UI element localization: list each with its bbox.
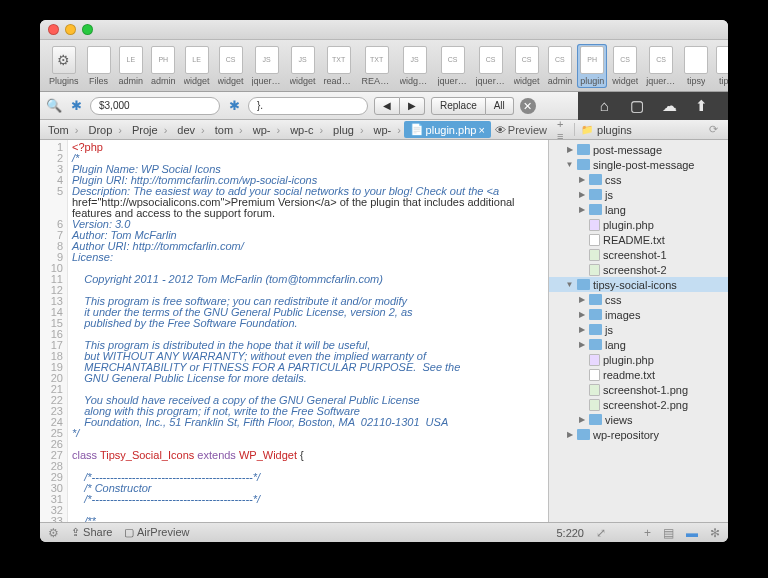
files-icon[interactable]: ▢	[628, 97, 646, 115]
tree-plugin.php[interactable]: plugin.php	[549, 352, 728, 367]
toolbar-item-widget[interactable]: CSwidget	[215, 44, 247, 88]
toolbar-item-Files[interactable]: Files	[84, 44, 114, 88]
tree-tipsy-social-icons[interactable]: ▼tipsy-social-icons	[549, 277, 728, 292]
status-bar: ⚙ ⇪ Share ▢ AirPreview 5:220 ⤢ + ▤ ▬ ✻	[40, 522, 728, 542]
file-tree[interactable]: ▶post-message▼single-post-message▶css▶js…	[549, 140, 728, 522]
replace-button[interactable]: Replace	[431, 97, 486, 115]
tree-lang[interactable]: ▶lang	[549, 337, 728, 352]
toolbar-item-readme[interactable]: TXTreadme	[321, 44, 357, 88]
airpreview-button[interactable]: ▢ AirPreview	[124, 526, 189, 539]
close-search-button[interactable]: ✕	[520, 98, 536, 114]
crumb-plug[interactable]: plug	[329, 124, 369, 136]
crumb-wp-[interactable]: wp-	[249, 124, 286, 136]
replace-buttons: Replace All	[431, 97, 514, 115]
toolbar-item-widget[interactable]: JSwidget	[287, 44, 319, 88]
find-input[interactable]	[90, 97, 220, 115]
search-icon: 🔍	[46, 98, 62, 114]
toolbar-item-widget[interactable]: CSwidget	[511, 44, 543, 88]
refresh-icon[interactable]: ⟳	[709, 123, 718, 136]
add-icon[interactable]: +	[644, 526, 651, 540]
replace-input[interactable]	[248, 97, 368, 115]
toolbar-item-widget[interactable]: CSwidget	[609, 44, 641, 88]
tree-screenshot-2[interactable]: screenshot-2	[549, 262, 728, 277]
folder-icon: 📁	[581, 124, 593, 135]
right-toolbar: ⌂ ▢ ☁ ⬆	[578, 92, 728, 120]
tree-screenshot-1[interactable]: screenshot-1	[549, 247, 728, 262]
tree-post-message[interactable]: ▶post-message	[549, 142, 728, 157]
crumb-Tom[interactable]: Tom	[44, 124, 84, 136]
tree-views[interactable]: ▶views	[549, 412, 728, 427]
toolbar: ⚙PluginsFilesLEadminPHadminLEwidgetCSwid…	[40, 40, 728, 92]
active-tab[interactable]: 📄 plugin.php ×	[404, 121, 491, 138]
code-content[interactable]: <?php /* Plugin Name: WP Social Icons Pl…	[68, 140, 548, 522]
tree-lang[interactable]: ▶lang	[549, 202, 728, 217]
regex-icon-2[interactable]: ✱	[226, 98, 242, 114]
tree-screenshot-2.png[interactable]: screenshot-2.png	[549, 397, 728, 412]
gear-icon[interactable]: ⚙	[48, 526, 59, 540]
add-tab-button[interactable]: + ≡	[553, 120, 574, 140]
tree-js[interactable]: ▶js	[549, 322, 728, 337]
titlebar[interactable]	[40, 20, 728, 40]
toolbar-item-widget[interactable]: LEwidget	[181, 44, 213, 88]
tree-README.txt[interactable]: README.txt	[549, 232, 728, 247]
close-dot[interactable]	[48, 24, 59, 35]
search-bar: 🔍 ✱ ✱ ◀ ▶ Replace All ✕ ⌂ ▢ ☁ ⬆	[40, 92, 728, 120]
toolbar-item-plugin[interactable]: PHplugin	[577, 44, 607, 88]
home-icon[interactable]: ⌂	[595, 97, 613, 115]
toolbar-item-tipsy[interactable]: tipsy	[681, 44, 711, 88]
toolbar-item-README[interactable]: TXTREADME	[359, 44, 395, 88]
crumb-wp-c[interactable]: wp-c	[286, 124, 329, 136]
toolbar-item-admin[interactable]: CSadmin	[545, 44, 576, 88]
regex-icon[interactable]: ✱	[68, 98, 84, 114]
toolbar-item-admin[interactable]: LEadmin	[116, 44, 147, 88]
line-gutter: 1234567891011121314151617181920212223242…	[40, 140, 68, 522]
publish-icon[interactable]: ☁	[660, 97, 678, 115]
toolbar-item-jquery.tipsy[interactable]: CSjquery.tipsy	[435, 44, 471, 88]
toolbar-item-widget.min[interactable]: JSwidget.min	[397, 44, 433, 88]
zoom-dot[interactable]	[82, 24, 93, 35]
tree-wp-repository[interactable]: ▶wp-repository	[549, 427, 728, 442]
preview-tab[interactable]: 👁 Preview	[491, 124, 553, 136]
view-icon[interactable]: ▬	[686, 526, 698, 540]
code-editor[interactable]: 1234567891011121314151617181920212223242…	[40, 140, 548, 522]
nav-buttons: ◀ ▶	[374, 97, 425, 115]
minimize-dot[interactable]	[65, 24, 76, 35]
tree-css[interactable]: ▶css	[549, 292, 728, 307]
crumb-wp-[interactable]: wp-	[370, 124, 404, 136]
share-button[interactable]: ⇪ Share	[71, 526, 112, 539]
toolbar-item-tipsy[interactable]: tipsy	[713, 44, 728, 88]
upload-icon[interactable]: ⬆	[693, 97, 711, 115]
cursor-position: 5:220	[556, 527, 584, 539]
toolbar-item-admin[interactable]: PHadmin	[148, 44, 179, 88]
replace-all-button[interactable]: All	[486, 97, 514, 115]
crumb-Drop[interactable]: Drop	[84, 124, 128, 136]
toolbar-item-jquery.tipsy[interactable]: CSjquery.tipsy	[643, 44, 679, 88]
file-sidebar: ▶post-message▼single-post-message▶css▶js…	[548, 140, 728, 522]
app-window: ⚙PluginsFilesLEadminPHadminLEwidgetCSwid…	[40, 20, 728, 542]
sidebar-root[interactable]: plugins	[597, 124, 632, 136]
crumb-tom[interactable]: tom	[211, 124, 249, 136]
lock-icon[interactable]: ▤	[663, 526, 674, 540]
breadcrumb-bar: TomDropProjedevtomwp-wp-cplugwp-tipstrun…	[40, 120, 728, 140]
settings-icon[interactable]: ✻	[710, 526, 720, 540]
tree-screenshot-1.png[interactable]: screenshot-1.png	[549, 382, 728, 397]
prev-button[interactable]: ◀	[374, 97, 400, 115]
toolbar-item-jquery.tipsy[interactable]: CSjquery.tipsy	[473, 44, 509, 88]
main-area: 1234567891011121314151617181920212223242…	[40, 140, 728, 522]
crumb-dev[interactable]: dev	[173, 124, 210, 136]
toolbar-item-Plugins[interactable]: ⚙Plugins	[46, 44, 82, 88]
tree-images[interactable]: ▶images	[549, 307, 728, 322]
next-button[interactable]: ▶	[400, 97, 425, 115]
tree-plugin.php[interactable]: plugin.php	[549, 217, 728, 232]
tree-single-post-message[interactable]: ▼single-post-message	[549, 157, 728, 172]
tree-css[interactable]: ▶css	[549, 172, 728, 187]
toolbar-item-jquery.tipsy[interactable]: JSjquery.tipsy	[249, 44, 285, 88]
tree-readme.txt[interactable]: readme.txt	[549, 367, 728, 382]
expand-icon[interactable]: ⤢	[596, 526, 606, 540]
tree-js[interactable]: ▶js	[549, 187, 728, 202]
crumb-Proje[interactable]: Proje	[128, 124, 173, 136]
